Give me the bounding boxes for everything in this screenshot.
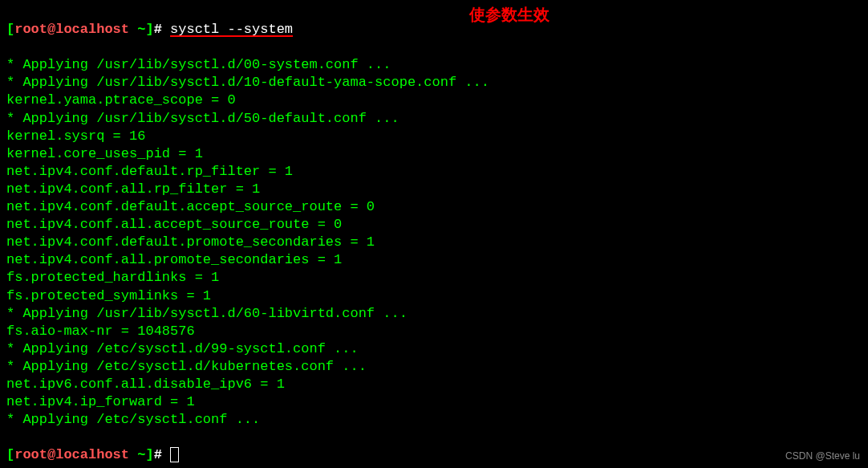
output-line: * Applying /usr/lib/sysctl.d/50-default.… (6, 110, 862, 128)
annotation-label: 使参数生效 (469, 4, 550, 25)
output-line: fs.protected_symlinks = 1 (6, 287, 862, 305)
prompt-line-1: [root@localhost ~]# sysctl --system (6, 21, 862, 39)
prompt-open-bracket: [ (6, 22, 14, 37)
prompt-user-host-2: root@localhost (14, 447, 129, 462)
output-line: net.ipv6.conf.all.disable_ipv6 = 1 (6, 376, 862, 393)
output-line: * Applying /usr/lib/sysctl.d/60-libvirtd… (6, 305, 862, 323)
output-line: fs.aio-max-nr = 1048576 (6, 323, 862, 340)
output-container: * Applying /usr/lib/sysctl.d/00-system.c… (6, 56, 862, 429)
output-line: kernel.sysrq = 16 (6, 128, 862, 145)
output-line: * Applying /etc/sysctl.d/99-sysctl.conf … (6, 340, 862, 358)
prompt-path-2: ~ (129, 447, 145, 462)
output-line: * Applying /usr/lib/sysctl.d/10-default-… (6, 74, 862, 92)
prompt-open-bracket-2: [ (6, 447, 14, 462)
output-line: kernel.core_uses_pid = 1 (6, 145, 862, 163)
output-line: net.ipv4.conf.all.rp_filter = 1 (6, 181, 862, 198)
prompt-path: ~ (129, 22, 145, 37)
prompt-user-host: root@localhost (14, 22, 129, 37)
watermark-text: CSDN @Steve lu (785, 450, 860, 463)
output-line: * Applying /etc/sysctl.d/kubernetes.conf… (6, 358, 862, 376)
output-line: net.ipv4.conf.default.promote_secondarie… (6, 234, 862, 251)
prompt-hash-2: # (154, 447, 170, 462)
output-line: net.ipv4.conf.all.accept_source_route = … (6, 216, 862, 234)
prompt-close-bracket-2: ] (145, 447, 153, 462)
output-line: net.ipv4.conf.all.promote_secondaries = … (6, 251, 862, 269)
output-line: net.ipv4.ip_forward = 1 (6, 393, 862, 411)
prompt-line-2: [root@localhost ~]# (6, 446, 862, 464)
output-line: * Applying /etc/sysctl.conf ... (6, 411, 862, 429)
output-line: fs.protected_hardlinks = 1 (6, 269, 862, 287)
output-line: * Applying /usr/lib/sysctl.d/00-system.c… (6, 56, 862, 74)
output-line: net.ipv4.conf.default.accept_source_rout… (6, 198, 862, 216)
prompt-close-bracket: ] (145, 22, 153, 37)
output-line: net.ipv4.conf.default.rp_filter = 1 (6, 163, 862, 181)
cursor-icon (170, 447, 179, 462)
terminal[interactable]: [root@localhost ~]# sysctl --system * Ap… (0, 0, 868, 468)
command-text: sysctl --system (170, 22, 293, 37)
output-line: kernel.yama.ptrace_scope = 0 (6, 92, 862, 109)
prompt-hash: # (154, 22, 170, 37)
